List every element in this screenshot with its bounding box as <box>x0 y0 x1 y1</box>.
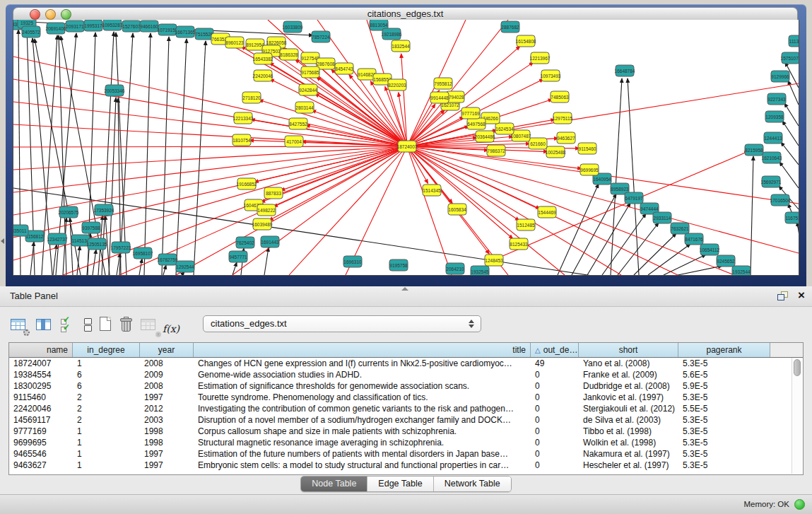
table-row[interactable]: 911546021997Tourette syndrome. Phenomeno… <box>9 392 803 403</box>
table-cell-name[interactable]: 9463627 <box>9 460 73 471</box>
table-row[interactable]: 946554611997Estimation of the future num… <box>9 448 803 460</box>
table-cell-title[interactable]: Changes of HCN gene expression and I(f) … <box>194 358 531 369</box>
graph-node[interactable]: 9195758 <box>389 259 408 271</box>
tab-network-table[interactable]: Network Table <box>434 477 511 491</box>
graph-node[interactable]: 16210643 <box>762 152 782 163</box>
graph-node[interactable]: 1932545 <box>471 266 489 275</box>
table-cell-short[interactable]: Stergiakouli et al. (2012) <box>579 403 678 414</box>
table-row[interactable]: 1830029562008Estimation of significance … <box>9 380 803 392</box>
graph-node[interactable]: 16958107 <box>133 247 153 259</box>
table-cell-out_degree[interactable]: 0 <box>531 369 579 380</box>
memory-ok-indicator[interactable] <box>794 499 805 510</box>
table-cell-pagerank[interactable]: 5.3E-5 <box>678 437 770 448</box>
table-cell-pagerank[interactable]: 5.3E-5 <box>678 358 770 369</box>
row-height-icon[interactable] <box>80 316 100 336</box>
graph-node[interactable]: 20053346 <box>105 85 125 96</box>
table-cell-out_degree[interactable]: 0 <box>531 414 579 426</box>
graph-node[interactable]: 1113254 <box>789 35 799 47</box>
graph-node[interactable]: 7857224 <box>312 31 330 42</box>
tab-edge-table[interactable]: Edge Table <box>367 477 433 491</box>
graph-node[interactable]: 9245652 <box>717 255 735 267</box>
table-cell-title[interactable]: Estimation of significance thresholds fo… <box>194 380 531 392</box>
graph-node[interactable]: 7515526 <box>195 28 213 40</box>
table-cell-pagerank[interactable]: 5.3E-5 <box>678 448 770 460</box>
graph-node[interactable]: 12505135 <box>87 238 107 250</box>
table-cell-year[interactable]: 2012 <box>140 403 194 414</box>
graph-node[interactable]: 1605834 <box>448 204 466 215</box>
table-cell-name[interactable]: 18300295 <box>9 380 73 392</box>
graph-node[interactable]: 1498222 <box>257 204 276 216</box>
graph-node[interactable]: 12213967 <box>530 52 551 64</box>
table-cell-out_degree[interactable]: 49 <box>531 358 579 369</box>
graph-node[interactable]: 16033809 <box>283 21 303 33</box>
graph-node[interactable]: 15692971 <box>761 176 782 187</box>
graph-node[interactable]: 9397588 <box>82 222 100 233</box>
graph-node[interactable]: 887833 <box>264 187 283 199</box>
table-cell-year[interactable]: 1997 <box>140 460 194 471</box>
tab-node-table[interactable]: Node Table <box>301 477 367 491</box>
graph-node[interactable]: 12342737 <box>47 233 68 245</box>
close-panel-icon[interactable]: × <box>798 288 805 303</box>
graph-node[interactable]: 7625402 <box>236 237 254 248</box>
table-cell-year[interactable]: 2003 <box>140 414 194 426</box>
table-cell-short[interactable]: Nakamura et al. (1997) <box>579 448 678 460</box>
table-cell-title[interactable]: Embryonic stem cells: a model to study s… <box>194 460 531 471</box>
graph-node[interactable]: 835011 <box>13 225 28 236</box>
graph-node[interactable]: 16648784 <box>615 65 635 76</box>
graph-node[interactable]: 2933114 <box>653 212 671 223</box>
table-cell-short[interactable]: Tibbo et al. (1998) <box>579 426 678 437</box>
table-settings-icon[interactable] <box>10 316 30 336</box>
table-cell-in_degree[interactable]: 6 <box>73 380 140 392</box>
graph-node[interactable]: 22420046 <box>253 70 273 81</box>
table-cell-title[interactable]: Genome-wide association studies in ADHD. <box>194 369 531 380</box>
float-window-icon[interactable] <box>777 291 788 300</box>
graph-node[interactable]: 1292544 <box>176 261 194 272</box>
table-cell-in_degree[interactable]: 1 <box>73 358 140 369</box>
graph-node[interactable]: 1167533 <box>785 212 799 223</box>
graph-node[interactable]: 9227343 <box>767 93 786 105</box>
graph-node[interactable]: 20364486 <box>475 131 495 142</box>
vertical-scrollbar[interactable] <box>792 358 802 474</box>
graph-node[interactable]: 8960123 <box>225 37 244 48</box>
table-cell-short[interactable]: Franke et al. (2009) <box>579 369 678 380</box>
network-canvas[interactable]: 8350119325240557220691406209317119953171… <box>13 20 799 276</box>
graph-node[interactable]: 1248453 <box>485 255 503 266</box>
table-cell-title[interactable]: Disruption of a novel member of a sodium… <box>194 414 531 426</box>
table-cell-year[interactable]: 1997 <box>140 392 194 403</box>
table-row[interactable]: 1456911722003Disruption of a novel membe… <box>9 414 803 426</box>
graph-node[interactable]: 17957223 <box>111 242 131 253</box>
table-cell-in_degree[interactable]: 1 <box>73 448 140 460</box>
graph-node[interactable]: 16782759 <box>158 254 178 265</box>
table-cell-year[interactable]: 2008 <box>140 358 194 369</box>
table-cell-out_degree[interactable]: 0 <box>531 380 579 392</box>
table-cell-out_degree[interactable]: 0 <box>531 437 579 448</box>
table-cell-name[interactable]: 18724007 <box>9 358 73 369</box>
table-cell-pagerank[interactable]: 5.3E-5 <box>678 392 770 403</box>
graph-node[interactable]: 8912954 <box>246 39 264 50</box>
graph-node[interactable]: 6497568 <box>467 118 486 129</box>
column-header-title[interactable]: title <box>194 343 531 357</box>
graph-node[interactable]: 2093171 <box>66 21 84 32</box>
column-header-name[interactable]: name <box>9 343 73 357</box>
graph-node[interactable]: 2718120 <box>242 92 261 103</box>
column-header-pagerank[interactable]: pagerank <box>678 343 770 357</box>
table-cell-in_degree[interactable]: 1 <box>73 460 140 471</box>
table-cell-in_degree[interactable]: 6 <box>73 369 140 380</box>
table-cell-title[interactable]: Estimation of the future numbers of pati… <box>194 448 531 460</box>
table-row[interactable]: 977716911998Corpus callosum shape and si… <box>9 426 803 437</box>
graph-node[interactable]: 1696310 <box>343 256 362 267</box>
graph-node[interactable]: 1514345 <box>423 185 441 196</box>
graph-node[interactable]: 10025488 <box>546 146 566 158</box>
table-cell-name[interactable]: 9465546 <box>9 448 73 460</box>
graph-node[interactable]: 1932544 <box>732 266 751 275</box>
graph-node[interactable]: 8186328 <box>280 49 298 60</box>
table-cell-out_degree[interactable]: 0 <box>531 448 579 460</box>
graph-node[interactable]: 9699695 <box>580 164 599 175</box>
table-cell-name[interactable]: 14569117 <box>9 414 73 426</box>
graph-node[interactable]: 8215958 <box>745 144 763 156</box>
graph-node[interactable]: 8427552 <box>289 118 307 129</box>
graph-node[interactable]: 16671365 <box>175 26 196 37</box>
table-cell-year[interactable]: 1998 <box>140 437 194 448</box>
graph-node[interactable]: 1527607 <box>122 21 141 32</box>
graph-node[interactable]: 9129966 <box>771 71 789 82</box>
